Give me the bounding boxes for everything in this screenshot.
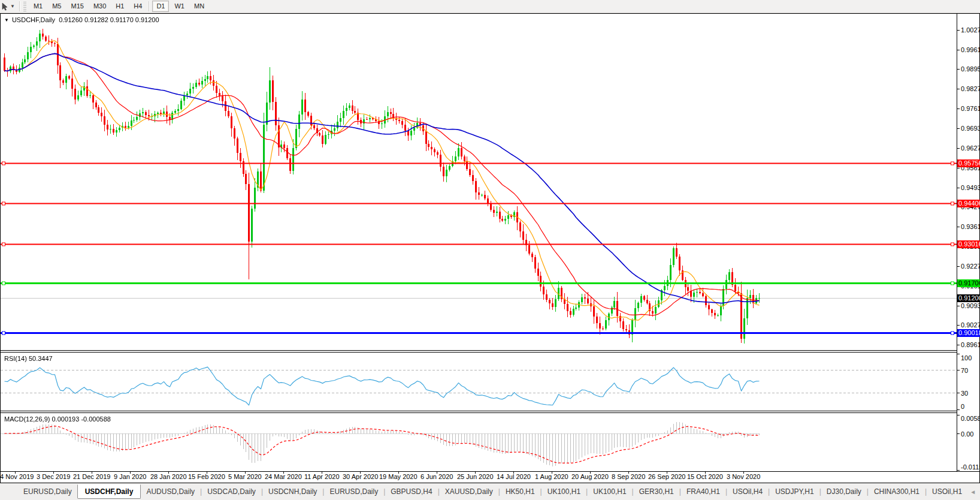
rsi-tick-label: 30: [961, 390, 968, 397]
price-tick-mark: [957, 325, 960, 326]
date-tick-label: 24 Mar 2020: [265, 473, 302, 480]
tab-ger30-h1[interactable]: GER30,H1: [634, 485, 679, 498]
price-tick-mark: [957, 168, 960, 168]
price-tick-label: 0.96930: [961, 125, 980, 132]
rsi-tick-label: 70: [961, 367, 968, 374]
date-tick-label: 20 Aug 2020: [571, 473, 609, 480]
price-tick-mark: [957, 148, 960, 149]
rsi-label: RSI(14) 50.3447: [4, 355, 53, 362]
tab-eurusd-daily[interactable]: EURUSD,Daily: [18, 485, 77, 498]
timeframe-button-mn[interactable]: MN: [190, 1, 208, 12]
tab-eurusd-daily[interactable]: EURUSD,Daily: [324, 485, 383, 498]
price-chart-canvas[interactable]: [1, 14, 957, 350]
macd-tick-mark: [957, 470, 960, 471]
tab-scroll-left-icon[interactable]: ◄: [967, 489, 978, 495]
rsi-tick-mark: [957, 370, 960, 371]
price-tick-mark: [957, 266, 960, 267]
price-tick-mark: [957, 227, 960, 227]
tab-usoil-h1[interactable]: USOil,H1: [927, 485, 967, 498]
chart-tab-bar: EURUSD,DailyUSDCHF,DailyAUDUSD,Daily|USD…: [0, 483, 980, 500]
timeframe-button-m5[interactable]: M5: [48, 1, 65, 12]
price-tick-mark: [957, 109, 960, 109]
price-tick-mark: [957, 50, 960, 50]
timeframe-button-m30[interactable]: M30: [89, 1, 110, 12]
date-tick-label: 11 Apr 2020: [304, 473, 340, 480]
price-tick-label: 0.93610: [961, 223, 980, 230]
date-tick-label: 9 Jan 2020: [114, 473, 146, 480]
tab-uk100-h1[interactable]: UK100,H1: [542, 485, 586, 498]
price-tick-label: 0.98270: [961, 85, 980, 92]
tab-usdcad-daily[interactable]: USDCAD,Daily: [202, 485, 261, 498]
price-tick-label: 0.90930: [961, 302, 980, 309]
date-tick-label: 14 Jul 2020: [497, 473, 531, 480]
chart-title: ▼USDCHF,Daily 0.91260 0.91282 0.91170 0.…: [4, 16, 159, 23]
date-tick-label: 5 Mar 2020: [228, 473, 262, 480]
chart-window: ▼USDCHF,Daily 0.91260 0.91282 0.91170 0.…: [0, 13, 980, 483]
toolbar-separator: [149, 1, 150, 11]
price-tick-mark: [957, 69, 960, 70]
hline-price-label: 0.94406: [957, 200, 980, 207]
timeframe-button-m1[interactable]: M1: [29, 1, 47, 12]
price-tick-label: 0.97610: [961, 105, 980, 112]
toolbar-grip[interactable]: [23, 2, 26, 11]
hline-price-label: 0.95756: [957, 159, 980, 167]
macd-tick-mark: [957, 415, 960, 415]
tab-dj30-daily[interactable]: DJ30,Daily: [821, 485, 867, 498]
tab-gbpusd-h4[interactable]: GBPUSD,H4: [385, 485, 437, 498]
macd-tick-label: -0.01151: [961, 463, 980, 471]
current-price-label: 0.91200: [957, 294, 980, 302]
price-tick-mark: [957, 188, 960, 188]
tab-audusd-daily[interactable]: AUDUSD,Daily: [141, 485, 200, 498]
macd-tick-label: 0.00: [961, 430, 973, 438]
tab-xauusd-daily[interactable]: XAUUSD,Daily: [440, 485, 498, 498]
price-tick-label: 0.99610: [961, 46, 980, 53]
price-tick-label: 0.92270: [961, 263, 980, 270]
date-tick-label: 14 Nov 2019: [0, 473, 34, 480]
date-tick-label: 30 Apr 2020: [343, 473, 378, 480]
rsi-tick-label: 0: [961, 403, 964, 410]
ohlc-values: 0.91260 0.91282 0.91170 0.91200: [59, 16, 159, 23]
date-tick-label: 25 Jun 2020: [457, 473, 494, 480]
tab-usdjpy-h1[interactable]: USDJPY,H1: [770, 485, 819, 498]
price-tick-label: 0.98950: [961, 65, 980, 73]
timeframe-button-m15[interactable]: M15: [66, 1, 87, 12]
collapse-icon[interactable]: ▼: [4, 17, 9, 23]
date-tick-label: 8 Sep 2020: [612, 473, 645, 480]
timeframe-button-h1[interactable]: H1: [111, 1, 128, 12]
macd-label: MACD(12,26,9) 0.000193 -0.000588: [4, 415, 111, 423]
macd-tick-mark: [957, 433, 960, 434]
rsi-tick-mark: [957, 393, 960, 393]
price-tick-label: 0.94930: [961, 184, 980, 191]
date-tick-label: 6 Jun 2020: [421, 473, 453, 480]
price-tick-mark: [957, 306, 960, 306]
date-tick-label: 15 Feb 2020: [188, 473, 225, 480]
date-tick-label: 1 Aug 2020: [535, 473, 568, 480]
date-tick-label: 21 Dec 2019: [73, 473, 110, 480]
symbol-timeframe-label: USDCHF,Daily: [12, 16, 55, 23]
rsi-tick-label: 100: [961, 354, 972, 362]
timeframe-buttons: M1M5M15M30H1H4D1W1MN: [29, 1, 209, 12]
tab-usdcnh-daily[interactable]: USDCNH,Daily: [263, 485, 322, 498]
timeframe-toolbar: ▼ M1M5M15M30H1H4D1W1MN: [0, 0, 980, 13]
tab-usoil-h4[interactable]: USOil,H4: [727, 485, 768, 498]
tab-uk100-h1[interactable]: UK100,H1: [588, 485, 631, 498]
tab-usdchf-daily[interactable]: USDCHF,Daily: [77, 484, 141, 499]
mt4-terminal: ▼ M1M5M15M30H1H4D1W1MN ▼USDCHF,Daily 0.9…: [0, 0, 980, 500]
tab-hk50-h1[interactable]: HK50,H1: [500, 485, 540, 498]
price-tick-label: 1.00270: [961, 26, 980, 34]
macd-tick-label: 0.005818: [961, 415, 980, 422]
date-tick-label: 28 Jan 2020: [150, 473, 187, 480]
chevron-down-icon[interactable]: ▼: [9, 4, 17, 9]
tab-china300-h1[interactable]: CHINA300,H1: [869, 485, 925, 498]
tab-fra40-h1[interactable]: FRA40,H1: [681, 485, 725, 498]
chart-cursor-icon[interactable]: [1, 2, 9, 11]
timeframe-button-d1[interactable]: D1: [152, 1, 169, 12]
macd-indicator-canvas[interactable]: [1, 413, 957, 471]
hline-price-label: 0.90018: [957, 329, 980, 337]
price-tick-label: 0.96270: [961, 144, 980, 152]
rsi-indicator-canvas[interactable]: [1, 353, 957, 411]
date-tick-label: 26 Sep 2020: [648, 473, 685, 480]
timeframe-button-w1[interactable]: W1: [170, 1, 189, 12]
timeframe-button-h4[interactable]: H4: [129, 1, 146, 12]
price-tick-label: 0.89610: [961, 341, 980, 348]
